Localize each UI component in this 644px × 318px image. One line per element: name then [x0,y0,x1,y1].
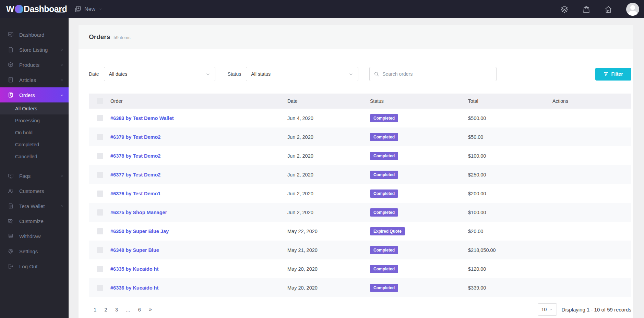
order-link[interactable]: #6383 by Test Demo Wallet [110,115,287,121]
sidebar-item-faqs[interactable]: Faqs [0,168,69,183]
filter-button[interactable]: Filter [595,68,631,81]
status-badge: Completed [370,284,398,292]
date-filter-select[interactable]: All dates [104,67,215,81]
table-row: #6348 by Super Blue May 21, 2020 Complet… [89,241,631,259]
topbar-actions [560,3,644,16]
order-link[interactable]: #6335 by Kucaido ht [110,266,287,272]
new-button[interactable]: New [74,5,103,13]
box-icon [8,62,14,68]
order-link[interactable]: #6378 by Test Demo2 [110,153,287,159]
sidebar-subitem-label: Processing [15,118,40,123]
order-link[interactable]: #6348 by Super Blue [110,247,287,253]
sidebar-item-label: Products [19,62,55,68]
hamburger-menu-icon[interactable] [56,10,65,14]
search-input[interactable] [382,71,492,77]
order-date: Jun 4, 2020 [287,115,370,121]
order-link[interactable]: #6336 by Kucaido ht [110,285,287,291]
row-checkbox[interactable] [97,153,103,159]
row-checkbox[interactable] [97,191,103,197]
clipboard-icon [8,92,14,98]
sidebar-subitem-on-hold[interactable]: On hold [0,126,69,138]
row-checkbox[interactable] [97,134,103,140]
page-number-3[interactable]: 3 [115,307,118,313]
page-numbers: 1 2 3 ... 6 » [89,306,152,313]
order-total: $20.00 [468,229,552,234]
status-badge: Completed [370,189,398,198]
row-checkbox[interactable] [97,266,103,272]
chevron-right-icon [60,78,64,82]
page-number-2[interactable]: 2 [104,307,107,313]
sidebar-item-withdraw[interactable]: Withdraw [0,229,69,244]
pagination-bar: 1 2 3 ... 6 » 10 Displaying 1 - 10 of 59… [89,302,631,317]
status-filter-select[interactable]: All status [246,67,358,81]
sidebar-item-label: Articles [19,77,55,83]
sidebar-item-tera-wallet[interactable]: Tera Wallet [0,198,69,213]
document-icon [8,203,14,209]
order-link[interactable]: #6375 by Shop Manager [110,210,287,215]
sidebar-item-customers[interactable]: Customers [0,183,69,198]
store-bag-icon[interactable] [582,5,591,13]
row-checkbox[interactable] [97,115,103,121]
sidebar-subitem-label: All Orders [15,106,37,111]
order-link[interactable]: #6379 by Test Demo2 [110,134,287,140]
filter-button-label: Filter [611,71,623,77]
home-icon[interactable] [604,5,612,13]
book-icon [8,77,14,83]
sidebar-item-settings[interactable]: Settings [0,244,69,259]
order-link[interactable]: #6377 by Test Demo2 [110,172,287,178]
order-link[interactable]: #6350 by Super Blue Jay [110,229,287,234]
page-ellipsis: ... [126,307,130,313]
orders-table: Order Date Status Total Actions #6383 by… [89,94,631,297]
row-checkbox[interactable] [97,172,103,178]
topbar: W Dashboard New [0,0,644,18]
sidebar-subitem-processing[interactable]: Processing [0,114,69,126]
order-link[interactable]: #6376 by Test Demo1 [110,191,287,196]
sidebar-subitem-all-orders[interactable]: All Orders [0,102,69,114]
status-badge: Completed [370,265,398,273]
new-button-label: New [84,6,95,12]
sidebar: Dashboard Store Listing Products A [0,18,69,318]
table-row: #6375 by Shop Manager Jun 2, 2020 Comple… [89,203,631,222]
table-row: #6350 by Super Blue Jay May 22, 2020 Exp… [89,222,631,241]
sidebar-item-log-out[interactable]: Log Out [0,259,69,274]
order-total: $218,050.00 [468,247,552,253]
sidebar-item-orders[interactable]: Orders [0,87,69,102]
row-checkbox[interactable] [97,285,103,291]
sidebar-item-store-listing[interactable]: Store Listing [0,42,69,57]
status-filter-label: Status [228,71,241,77]
order-date: May 20, 2020 [287,285,370,291]
next-page-icon[interactable]: » [149,306,152,313]
funnel-icon [604,72,608,76]
sidebar-item-products[interactable]: Products [0,57,69,72]
order-total: $250.00 [468,172,552,178]
sidebar-item-articles[interactable]: Articles [0,72,69,87]
column-header-total: Total [468,98,552,104]
chevron-down-icon [349,72,353,76]
table-row: #6377 by Test Demo2 Jun 2, 2020 Complete… [89,165,631,184]
page-number-1[interactable]: 1 [94,307,96,313]
order-total: $339.00 [468,285,552,291]
sidebar-subitem-completed[interactable]: Completed [0,138,69,150]
table-row: #6376 by Test Demo1 Jun 2, 2020 Complete… [89,184,631,203]
sidebar-item-customize[interactable]: Customize [0,213,69,229]
page-number-6[interactable]: 6 [138,307,141,313]
search-orders-box [369,67,497,81]
column-header-actions: Actions [552,98,631,104]
logout-icon [8,263,14,269]
sidebar-item-dashboard[interactable]: Dashboard [0,27,69,42]
date-filter-value: All dates [109,71,128,77]
app-window: W Dashboard New [0,0,644,318]
row-checkbox[interactable] [97,209,103,216]
status-badge: Completed [370,133,398,141]
row-checkbox[interactable] [97,228,103,234]
user-avatar[interactable] [626,3,639,16]
layers-icon[interactable] [560,5,569,13]
gear-icon [8,248,14,254]
order-date: May 21, 2020 [287,247,370,253]
sidebar-subitem-cancelled[interactable]: Cancelled [0,150,69,162]
select-all-checkbox[interactable] [97,98,103,104]
row-checkbox[interactable] [97,247,103,253]
order-date: Jun 2, 2020 [287,153,370,159]
page-size-select[interactable]: 10 [538,303,557,316]
search-icon [374,71,379,77]
